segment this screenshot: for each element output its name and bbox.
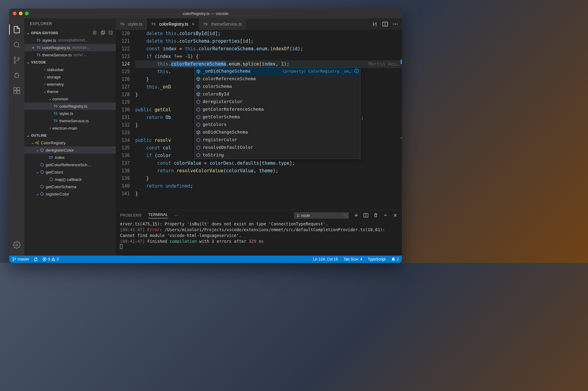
overview-ruler[interactable] [398,30,402,210]
outline-item[interactable]: ⌄getColors [24,168,116,176]
code-line[interactable]: const index = this.colorReferenceSchema.… [135,45,402,53]
suggest-item[interactable]: colorSchema [195,83,360,90]
save-all-icon[interactable] [101,30,105,35]
more-actions-icon[interactable] [393,21,398,27]
section-open-editors[interactable]: ⌄ OPEN EDITORS [24,29,116,37]
editor-tab[interactable]: TScolorRegistry.ts× [147,18,199,30]
maximize-window-button[interactable] [25,12,29,15]
new-terminal-icon[interactable] [354,213,359,218]
folder-item[interactable]: ›statusbar [24,66,116,73]
panel-more-icon[interactable]: ⋯ [175,213,178,217]
titlebar: colorRegistry.ts — vscode [9,9,402,18]
outline-item[interactable]: ⌄registerColor [24,190,116,198]
chevron-icon: ⌄ [48,97,52,101]
compare-changes-icon[interactable] [372,21,377,27]
editor-tab[interactable]: TSthemeService.ts [199,18,246,30]
suggest-item[interactable]: getColorReferenceSchema [195,106,360,113]
svg-rect-7 [17,91,20,94]
open-editor-item[interactable]: ×TScolorRegistry.tssrc/vs/pl… [24,44,116,51]
close-tab-icon[interactable]: × [192,22,194,27]
outline-item[interactable]: map() callback [24,176,116,183]
activity-explorer[interactable] [9,22,24,37]
suggest-item[interactable]: _onDidChangeSchema(property) ColorRegist… [195,67,360,75]
close-panel-icon[interactable] [393,213,398,218]
code-line[interactable]: if (index !== -1) { [135,53,402,60]
svg-rect-5 [14,88,16,90]
suggest-widget[interactable]: _onDidChangeSchema(property) ColorRegist… [194,67,360,159]
editor-tab[interactable]: TSstyler.ts [116,18,147,30]
code-line[interactable]: const colorValue = colorDesc.defaults[th… [135,160,402,167]
close-window-button[interactable] [13,12,16,15]
suggest-item[interactable]: getColorSchema [195,113,360,121]
status-tabsize[interactable]: Tab Size: 4 [343,257,362,261]
suggest-item[interactable]: registerColor [195,136,360,144]
panel-tab-problems[interactable]: PROBLEMS [120,213,142,217]
outline-item[interactable]: getColorSchema [24,183,116,190]
status-language[interactable]: TypeScript [368,257,386,261]
item-label: telemetry [47,82,64,87]
file-item[interactable]: TSthemeService.ts [24,117,116,124]
activity-debug[interactable] [9,68,24,83]
svg-point-3 [18,58,19,59]
outline-item[interactable]: ⌄deregisterColor [24,146,116,154]
status-lncol[interactable]: Ln 124, Col 18 [313,257,338,261]
code-line[interactable]: } [135,175,402,182]
outline-item[interactable]: getColorReferenceSch… [24,161,116,168]
editor-content[interactable]: 1201211221231241251261271281291301311321… [116,30,402,210]
suggest-item[interactable]: resolveDefaultColor [195,144,360,151]
file-path: src/vs/platform/t… [58,38,89,42]
terminal-output[interactable]: erver.ts(475,15): Property 'isBuilt' doe… [116,221,402,256]
status-branch[interactable]: master [12,257,29,261]
file-name: colorRegistry.ts [42,45,70,50]
error-icon [42,257,47,261]
svg-point-0 [14,42,19,47]
code-line[interactable]: } [135,190,402,198]
ts-icon: TS [37,39,41,42]
folder-item[interactable]: ›storage [24,73,116,81]
folder-item[interactable]: ›telemetry [24,81,116,88]
folder-item[interactable]: ⌄theme [24,88,116,95]
open-editor-item[interactable]: TSthemeService.tssrc/v/… [24,51,116,59]
status-problems[interactable]: 0 0 [42,257,59,261]
folder-item[interactable]: ⌄common [24,95,116,102]
suggest-item[interactable]: deregisterColor [195,98,360,106]
section-outline[interactable]: ⌄ OUTLINE [24,132,116,139]
ts-icon: TS [37,53,41,57]
section-workspace[interactable]: ⌄ VSCODE [24,59,116,66]
trash-icon[interactable] [373,213,378,218]
activity-settings[interactable] [9,237,24,253]
activity-search[interactable] [9,37,24,52]
suggest-item[interactable]: toString [195,151,360,159]
folder-item[interactable]: ›electron-main [24,124,116,132]
code-line[interactable]: delete this.colorsById[id]; [135,30,402,38]
chevron-up-icon[interactable] [383,213,388,218]
minimize-window-button[interactable] [19,12,23,15]
suggest-item[interactable]: colorsById [195,90,360,98]
collapse-all-icon[interactable] [108,30,113,35]
suggest-item[interactable]: getColors [195,121,360,128]
status-notifications[interactable]: 2 [391,257,399,261]
status-sync[interactable] [34,257,38,262]
outline-item[interactable]: index [24,154,116,161]
code-line[interactable]: delete this.colorSchema.properties[id]; [135,38,402,45]
editor-area: TSstyler.tsTScolorRegistry.ts×TSthemeSer… [116,18,402,256]
chevron-icon: › [43,82,47,86]
close-icon[interactable]: × [31,45,35,50]
property-icon [196,130,201,135]
open-editor-item[interactable]: TSstyler.tssrc/vs/platform/t… [24,37,116,44]
suggest-item[interactable]: colorReferenceSchema [195,75,360,83]
code-line[interactable]: return undefined; [135,182,402,190]
new-file-icon[interactable] [93,30,97,35]
outline-item[interactable]: ⌄ColorRegistry [24,139,116,146]
file-item[interactable]: TSstyler.ts [24,110,116,117]
suggest-item[interactable]: onDidChangeSchema [195,128,360,136]
activity-scm[interactable] [9,52,24,68]
terminal-select[interactable]: 1: node [294,212,349,219]
code-line[interactable]: return resolveColorValue(colorValue, the… [135,167,402,175]
split-terminal-icon[interactable] [363,213,368,218]
panel-tab-terminal[interactable]: TERMINAL [148,213,168,218]
activity-extensions[interactable] [9,83,24,98]
file-item[interactable]: TScolorRegistry.ts [24,102,116,110]
split-editor-icon[interactable] [382,21,388,27]
info-icon[interactable]: ⓘ [354,67,359,75]
